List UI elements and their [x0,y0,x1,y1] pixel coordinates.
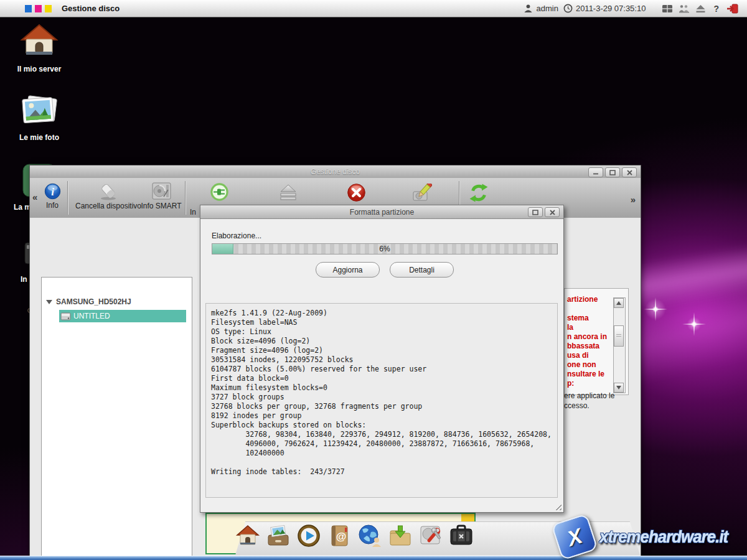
photos-dock-icon[interactable] [266,523,291,551]
eject-icon[interactable] [695,4,706,13]
tree-node-disk[interactable]: SAMSUNG_HD502HJ [46,297,131,306]
resize-grip[interactable] [553,502,561,510]
downloads-dock-icon[interactable] [388,523,413,551]
console-output-text: mke2fs 1.41.9 (22-Aug-2009) Filesystem l… [211,309,557,477]
side-scrollbar[interactable] [613,297,626,393]
scroll-thumb[interactable] [614,325,624,347]
media-player-dock-icon[interactable] [296,523,321,551]
progress-status-label: Elaborazione... [212,231,261,240]
refresh-icon [469,183,489,203]
sparkle-star [686,316,702,332]
desktop-icon-my-server[interactable]: Il mio server [9,24,69,73]
disk-utility-dock-icon[interactable] [418,523,443,551]
user-icon [524,4,533,13]
toolbar-item-label: Info [37,201,67,210]
close-icon [627,170,632,175]
logo-square-magenta [35,5,42,12]
photos-icon [19,92,59,128]
warning-text-fragments: stema la n ancora in bbassata usa di one… [567,314,607,388]
device-tree-panel: SAMSUNG_HD502HJ UNTITLED [41,277,192,560]
svg-text:i: i [51,186,54,198]
layout-grid-icon[interactable] [662,4,673,13]
toolbar-item-info[interactable]: i Info [37,183,67,210]
toolbar-item-smart-info[interactable]: Info SMART [141,182,182,210]
smart-disk-icon [151,182,172,200]
note-line: ccesso. [564,401,645,411]
scroll-up-button[interactable] [614,298,624,308]
dialog-maximize-button[interactable] [528,207,543,217]
warning-line: nsultare le [567,370,607,379]
username: admin [536,4,558,13]
warning-line: n ancora in [567,332,607,342]
user-menu[interactable]: admin [524,4,558,13]
home-dock-icon[interactable] [235,523,260,551]
progress-bar: 6% [212,243,558,254]
menubar-app-title: Gestione disco [62,4,120,13]
datetime: 2011-3-29 07:35:10 [576,4,646,13]
toolbar-item-erase-device[interactable]: Cancella dispositivo [70,183,147,210]
partition-disk-icon [60,312,71,321]
desktop-icon-label: Le mie foto [9,133,69,142]
details-button[interactable]: Dettagli [390,262,454,278]
maximize-button[interactable] [605,167,620,177]
tree-node-label: UNTITLED [73,312,110,320]
dock: @ [235,523,474,551]
toolbar-item-label: Info SMART [141,202,182,210]
dialog-titlebar[interactable]: Formatta partizione [200,205,563,219]
warning-line: usa di [567,351,607,360]
toolbar-item-delete[interactable] [337,183,375,202]
menubar: Gestione disco admin 2011-3-29 07:35:10 [0,0,747,17]
main-window-titlebar[interactable]: Gestione disco [30,166,641,179]
contacts-dock-icon[interactable]: @ [327,523,352,551]
maximize-icon [532,210,538,215]
progress-percent-text: 6% [212,244,557,254]
workgroup-icon[interactable] [678,4,690,13]
toolbar-item-format-edit[interactable] [403,184,441,202]
warning-line: one non [567,360,607,370]
logo-square-blue [25,5,32,12]
sparkle-star [644,297,667,321]
eraser-icon [98,183,118,200]
site-watermark: X xtremehardware.it [556,518,739,556]
delete-icon [347,183,366,202]
main-window-title: Gestione disco [311,167,360,176]
eject-icon [279,184,298,201]
warning-line: stema [567,314,607,323]
update-button[interactable]: Aggiorna [316,262,380,278]
toolbar-item-label: Cancella dispositivo [70,202,147,210]
tree-expand-icon[interactable] [46,300,52,304]
warning-line: p: [567,379,607,388]
tree-node-label: SAMSUNG_HD502HJ [56,297,131,306]
dialog-title: Formatta partizione [350,208,414,217]
console-output-box: mke2fs 1.41.9 (22-Aug-2009) Filesystem l… [205,303,558,498]
warning-line: bbassata [567,342,607,351]
desktop-icon-label: Il mio server [9,65,69,73]
maximize-icon [609,170,616,175]
brand-logo [25,5,52,12]
toolbar-item-refresh[interactable] [460,183,497,203]
toolbox-dock-icon[interactable] [449,523,474,551]
dialog-close-button[interactable] [545,207,560,217]
toolbar-expand-chevron[interactable]: » [631,194,636,205]
side-note-text: ere applicato le ccesso. [564,391,645,411]
svg-text:@: @ [336,531,347,543]
toolbar-item-eject[interactable] [271,184,306,201]
format-partition-dialog: Formatta partizione Elaborazione... 6% A… [200,205,564,513]
warning-line: la [567,323,607,332]
desktop-icon-my-photos[interactable]: Le mie foto [9,92,69,142]
watermark-text: xtremehardware.it [599,527,728,547]
help-icon[interactable]: ? [711,4,721,14]
toolbar-item-connect[interactable]: In [200,183,238,201]
clock-icon [563,4,573,13]
note-line: ere applicato le [564,391,645,401]
tree-node-partition-selected[interactable]: UNTITLED [59,310,186,322]
minimize-button[interactable] [588,167,603,177]
minimize-icon [593,170,599,175]
toolbar-item-label: In [190,208,196,217]
close-icon [550,210,555,215]
clock-display: 2011-3-29 07:35:10 [563,4,646,13]
logout-icon[interactable] [726,4,738,14]
browser-dock-icon[interactable] [357,523,382,551]
close-button[interactable] [622,167,637,177]
connect-plug-icon [210,183,228,201]
